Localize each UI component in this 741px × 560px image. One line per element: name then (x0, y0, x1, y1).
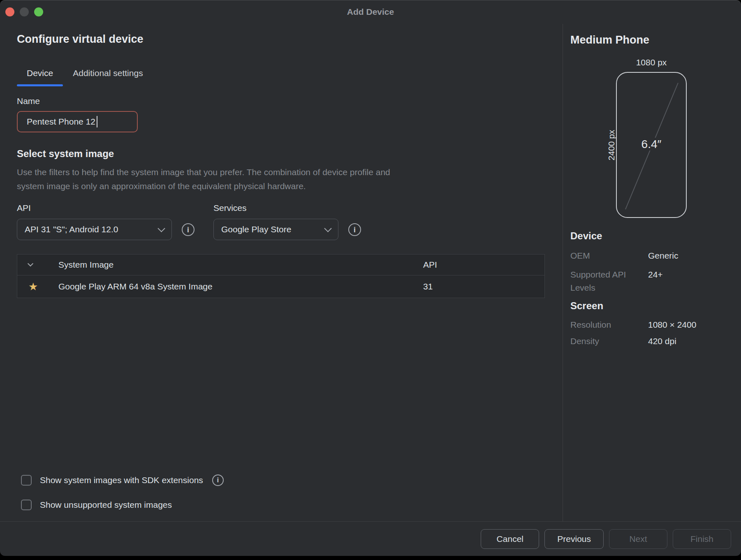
add-device-dialog: Add Device Configure virtual device Devi… (0, 0, 741, 556)
system-image-api: 31 (423, 282, 544, 292)
supported-api-label: Supported API Levels (570, 268, 644, 294)
resolution-label: Resolution (570, 318, 644, 331)
column-header-api[interactable]: API (423, 260, 544, 270)
device-preview-panel: Medium Phone 1080 px 6.4″ 2400 px Device… (563, 24, 741, 521)
minimize-button-disabled (20, 7, 29, 16)
device-profile-name: Medium Phone (570, 34, 649, 46)
collapse-chevron-icon[interactable] (17, 263, 58, 267)
tab-device[interactable]: Device (17, 68, 63, 86)
dialog-footer: Cancel Previous Next Finish (0, 521, 741, 556)
favorite-star-icon[interactable]: ★ (28, 281, 38, 292)
device-section-title: Device (570, 230, 602, 242)
next-button: Next (609, 529, 667, 549)
system-image-description: Use the filters to help find the system … (17, 165, 563, 193)
api-filter: API API 31 "S"; Android 12.0 (17, 203, 172, 240)
api-dropdown[interactable]: API 31 "S"; Android 12.0 (17, 219, 172, 240)
column-header-system-image[interactable]: System Image (58, 260, 423, 270)
active-tab-indicator (17, 84, 63, 86)
density-value: 420 dpi (648, 335, 696, 348)
width-dimension-label: 1080 px (616, 58, 687, 67)
sdk-extensions-checkbox-row[interactable]: Show system images with SDK extensions i (21, 474, 224, 486)
services-dropdown[interactable]: Google Play Store (213, 219, 338, 240)
device-name-value: Pentest Phone 12 (27, 117, 95, 127)
window-title: Add Device (347, 7, 394, 17)
filters-row: API API 31 "S"; Android 12.0 i Services … (17, 203, 563, 240)
density-label: Density (570, 335, 644, 348)
table-header-row: System Image API (17, 255, 544, 275)
supported-api-value: 24+ (648, 268, 678, 281)
api-label: API (17, 203, 172, 213)
text-cursor (97, 116, 97, 127)
tab-bar: Device Additional settings (17, 68, 563, 86)
zoom-button[interactable] (34, 7, 43, 16)
services-label: Services (213, 203, 338, 213)
resolution-value: 1080 × 2400 (648, 318, 696, 331)
phone-outline-diagram: 6.4″ (616, 72, 687, 218)
traffic-lights (5, 7, 43, 16)
close-button[interactable] (5, 7, 14, 16)
tab-additional-settings[interactable]: Additional settings (63, 68, 153, 86)
screen-section-title: Screen (570, 300, 603, 312)
titlebar: Add Device (0, 0, 741, 24)
oem-value: Generic (648, 249, 678, 262)
chevron-down-icon (324, 224, 331, 232)
system-image-table: System Image API ★ Google Play ARM 64 v8… (17, 254, 545, 298)
cancel-button[interactable]: Cancel (481, 529, 539, 549)
api-info-icon[interactable]: i (182, 223, 195, 236)
previous-button[interactable]: Previous (544, 529, 604, 549)
finish-button: Finish (673, 529, 731, 549)
screen-info-rows: Resolution 1080 × 2400 Density 420 dpi (570, 318, 696, 348)
oem-label: OEM (570, 249, 644, 262)
page-title: Configure virtual device (17, 33, 563, 46)
main-panel: Configure virtual device Device Addition… (0, 24, 563, 521)
unsupported-images-checkbox-row[interactable]: Show unsupported system images (21, 500, 224, 510)
name-label: Name (17, 96, 563, 106)
system-image-name: Google Play ARM 64 v8a System Image (58, 282, 423, 292)
sdk-extensions-info-icon[interactable]: i (212, 474, 224, 486)
table-row[interactable]: ★ Google Play ARM 64 v8a System Image 31 (17, 275, 544, 298)
device-name-input[interactable]: Pentest Phone 12 (17, 111, 138, 132)
checkbox-group: Show system images with SDK extensions i… (21, 474, 224, 510)
screen-size-label: 6.4″ (617, 138, 686, 151)
height-dimension-label: 2400 px (599, 72, 624, 218)
checkbox-unchecked[interactable] (21, 475, 32, 486)
chevron-down-icon (157, 224, 165, 232)
services-info-icon[interactable]: i (348, 223, 361, 236)
select-system-image-title: Select system image (17, 148, 563, 160)
services-filter: Services Google Play Store (213, 203, 338, 240)
device-info-rows: OEM Generic Supported API Levels 24+ (570, 249, 678, 294)
checkbox-unchecked[interactable] (21, 500, 32, 510)
